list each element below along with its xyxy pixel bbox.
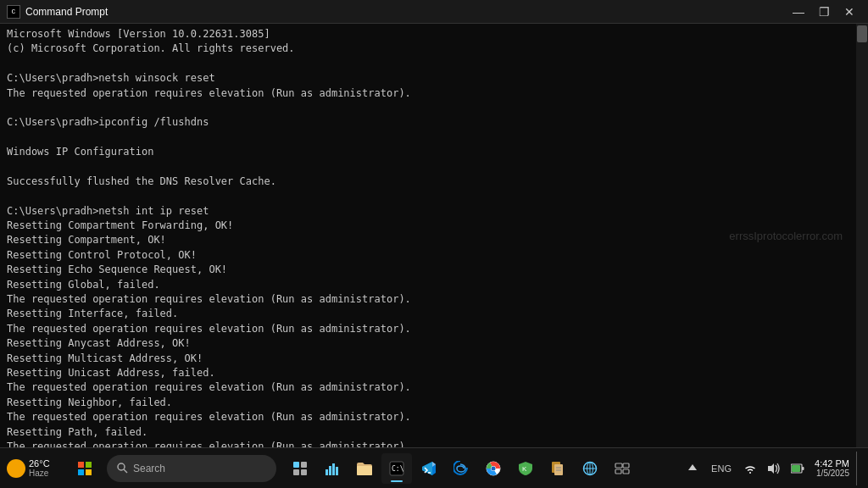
weather-icon [7,459,25,478]
svg-rect-14 [301,469,307,475]
temperature: 26°C [29,458,50,469]
svg-line-5 [10,462,12,463]
folder-icon [356,461,373,476]
svg-text:K: K [522,465,527,473]
lang-text: ENG [711,463,732,474]
clock-date: 1/5/2025 [816,469,849,478]
network-tray-icon[interactable] [740,458,760,479]
show-desktop-button[interactable] [856,452,861,485]
svg-rect-42 [802,467,804,470]
maximize-button[interactable]: ❐ [812,3,836,21]
title-bar-left: C Command Prompt [7,5,108,19]
close-button[interactable]: ✕ [837,3,861,21]
files-icon [550,461,565,476]
svg-rect-13 [293,469,299,475]
svg-rect-38 [623,469,629,474]
title-bar-controls: — ❐ ✕ [787,3,861,21]
language-indicator[interactable]: ENG [706,458,737,479]
cmd-taskbar-icon[interactable]: C:\ [381,453,412,484]
widgets-icon [292,461,308,476]
taskview-taskbar-icon[interactable] [607,453,637,484]
search-icon [117,463,128,474]
console-area: Microsoft Windows [Version 10.0.22631.30… [0,24,868,447]
vscode-icon [421,461,437,476]
battery-icon [791,463,804,474]
system-tray: ENG 4:42 PM [676,452,868,485]
svg-rect-15 [326,469,328,475]
weather-sun-svg [7,459,25,478]
clock-time: 4:42 PM [815,458,849,469]
svg-rect-18 [336,467,338,475]
files-taskbar-icon[interactable] [542,453,573,484]
start-button[interactable] [68,452,102,485]
scrollbar[interactable] [856,24,868,447]
svg-rect-37 [615,469,621,474]
chart-icon [325,461,340,476]
search-label: Search [133,463,165,474]
tray-overflow-button[interactable] [682,458,703,479]
widgets-taskbar-icon[interactable] [285,453,315,484]
chrome-taskbar-icon[interactable] [478,453,509,484]
windows-logo-icon [78,462,92,475]
wifi-icon [743,463,757,474]
weather-widget[interactable]: 26°C Haze [0,458,68,478]
svg-point-25 [492,466,496,470]
shield-green-icon: K [518,461,533,476]
minimize-button[interactable]: — [787,3,810,21]
svg-rect-19 [357,466,372,475]
svg-rect-12 [301,462,307,468]
edge-icon [453,461,469,476]
chrome-icon [486,461,501,476]
audiomixer-taskbar-icon[interactable] [317,453,348,484]
weather-condition: Haze [29,469,50,478]
svg-rect-16 [329,466,331,475]
svg-marker-40 [768,463,774,474]
svg-point-9 [118,463,125,470]
search-box[interactable]: Search [107,455,276,482]
svg-line-7 [10,473,12,474]
console-output: Microsoft Windows [Version 10.0.22631.30… [7,27,861,447]
svg-rect-43 [792,465,800,472]
chevron-up-icon [688,463,697,474]
taskbar: 26°C Haze Search [0,447,868,488]
svg-marker-39 [688,464,697,470]
vscode-taskbar-icon[interactable] [414,453,444,484]
edge-taskbar-icon[interactable] [446,453,476,484]
system-clock[interactable]: 4:42 PM 1/5/2025 [815,458,849,478]
internet-icon [582,461,598,476]
svg-line-10 [124,469,127,473]
svg-line-8 [21,462,23,463]
svg-rect-17 [332,463,335,475]
taskbar-icons: C:\ [285,453,637,484]
terminal-icon: C:\ [389,461,404,476]
explorer-taskbar-icon[interactable] [349,453,380,484]
svg-text:C:\: C:\ [392,465,404,473]
kaspersky-taskbar-icon[interactable]: K [510,453,541,484]
svg-rect-11 [293,462,299,468]
window-title: Command Prompt [25,6,108,18]
title-bar: C Command Prompt — ❐ ✕ [0,0,868,24]
svg-point-0 [12,464,20,473]
cmd-title-icon: C [7,5,20,19]
internet-taskbar-icon[interactable] [575,453,605,484]
volume-icon [767,463,781,474]
battery-tray-icon[interactable] [787,458,808,479]
taskview-icon [615,461,630,476]
svg-rect-35 [615,463,622,468]
svg-line-6 [21,473,23,474]
svg-rect-36 [623,463,629,468]
scrollbar-thumb[interactable] [857,25,867,42]
volume-tray-icon[interactable] [764,458,784,479]
weather-text: 26°C Haze [29,458,50,478]
